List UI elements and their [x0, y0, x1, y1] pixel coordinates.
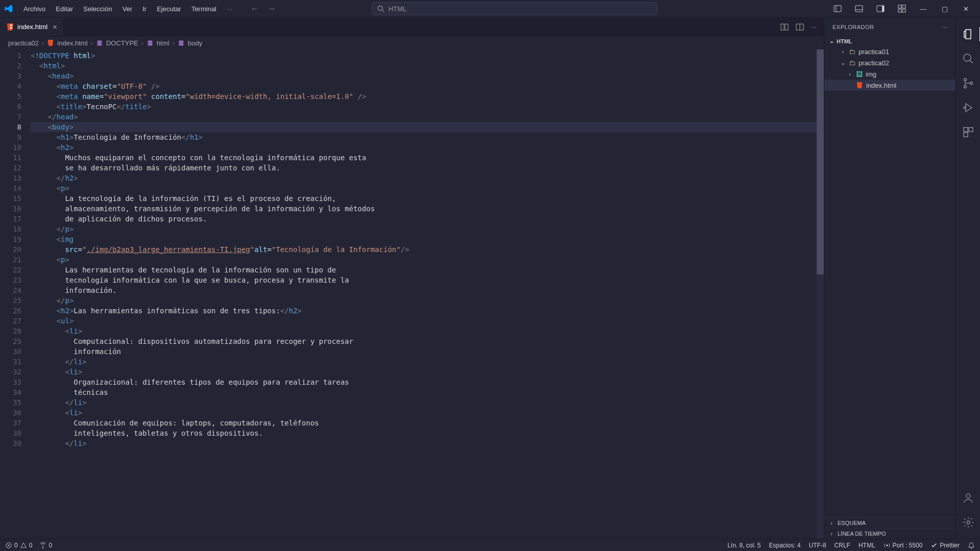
html-file-icon	[856, 82, 863, 89]
tree-item-img[interactable]: ›🖼img	[824, 68, 955, 80]
tab-close-icon[interactable]: ×	[53, 22, 57, 31]
status-prettier[interactable]: Prettier	[930, 542, 960, 549]
menu-terminal[interactable]: Terminal	[187, 3, 220, 15]
split-editor-icon[interactable]	[796, 23, 804, 31]
tab-label: index.html	[17, 23, 47, 31]
tree-item-practica02[interactable]: ⌄🗀practica02	[824, 57, 955, 68]
statusbar: 0 0 0 Lín. 8, col. 5 Espacios: 4 UTF-8 C…	[0, 539, 980, 551]
breadcrumb-item[interactable]: index.html	[57, 39, 87, 47]
status-radio[interactable]: 0	[39, 542, 52, 549]
menu-ver[interactable]: Ver	[118, 3, 137, 15]
menu-selección[interactable]: Selección	[79, 3, 116, 15]
editor-more-icon[interactable]: ···	[811, 23, 817, 31]
window-maximize-button[interactable]: ▢	[935, 1, 954, 16]
explorer-more-icon[interactable]: ···	[942, 24, 947, 30]
status-eol[interactable]: CRLF	[835, 542, 850, 549]
toggle-panel-bottom-icon[interactable]	[849, 1, 869, 16]
menu-editar[interactable]: Editar	[52, 3, 77, 15]
editor-body[interactable]: 1234567891011121314151617181920212223242…	[0, 49, 824, 539]
html-file-icon	[6, 23, 14, 31]
breadcrumb-item[interactable]: practica02	[8, 39, 39, 47]
chevron-right-icon: ›	[847, 71, 853, 77]
minimap-scrollbar[interactable]	[817, 49, 824, 539]
menu-archivo[interactable]: Archivo	[19, 3, 50, 15]
svg-rect-13	[785, 24, 788, 30]
nav-forward-icon[interactable]: →	[268, 4, 276, 13]
code-content[interactable]: <!DOCTYPE html> <html> <head> <meta char…	[31, 49, 824, 539]
vscode-logo-icon	[4, 4, 13, 13]
chevron-right-icon: ›	[828, 531, 835, 537]
status-indentation[interactable]: Espacios: 4	[769, 542, 801, 549]
broadcast-icon	[884, 542, 891, 549]
window-minimize-button[interactable]: —	[914, 1, 933, 16]
nav-back-icon[interactable]: ←	[251, 4, 259, 13]
status-cursor-position[interactable]: Lín. 8, col. 5	[727, 542, 761, 549]
svg-point-30	[886, 544, 888, 546]
menu-overflow-icon[interactable]: ···	[223, 3, 236, 15]
window-close-button[interactable]: ✕	[957, 1, 976, 16]
status-encoding[interactable]: UTF-8	[809, 542, 826, 549]
command-center-search[interactable]: HTML	[372, 2, 657, 15]
symbol-icon	[146, 39, 154, 46]
svg-rect-23	[969, 128, 973, 132]
breadcrumb-item[interactable]: body	[188, 39, 202, 47]
activity-source-control[interactable]	[956, 72, 981, 94]
folder-icon: 🗀	[849, 59, 855, 67]
explorer-root-folder[interactable]: ⌄ HTML	[824, 36, 955, 46]
tree-item-label: index.html	[866, 82, 896, 89]
activity-search[interactable]	[956, 47, 981, 70]
toggle-panel-left-icon[interactable]	[828, 1, 847, 16]
compare-icon[interactable]	[780, 23, 789, 31]
svg-line-17	[970, 60, 973, 63]
radio-tower-icon	[39, 542, 46, 549]
status-language[interactable]: HTML	[859, 542, 875, 549]
root-folder-label: HTML	[837, 38, 852, 44]
outline-label: ESQUEMA	[838, 520, 866, 526]
editor-section: index.html × ··· practica02 › index.html…	[0, 18, 824, 539]
activity-debug[interactable]	[956, 96, 981, 119]
status-problems[interactable]: 0 0	[5, 542, 32, 549]
outline-section[interactable]: › ESQUEMA	[824, 517, 955, 528]
activity-accounts[interactable]	[956, 487, 981, 509]
titlebar: ArchivoEditarSelecciónVerIrEjecutarTermi…	[0, 0, 980, 18]
chevron-right-icon: ›	[42, 39, 44, 47]
tree-item-index-html[interactable]: index.html	[824, 80, 955, 91]
svg-rect-12	[781, 24, 784, 30]
timeline-section[interactable]: › LÍNEA DE TIEMPO	[824, 528, 955, 539]
svg-rect-24	[964, 133, 968, 137]
toggle-panel-right-icon[interactable]	[871, 1, 890, 16]
svg-point-19	[964, 86, 966, 88]
activity-settings[interactable]	[956, 511, 981, 534]
svg-line-1	[382, 10, 384, 12]
chevron-right-icon: ›	[173, 39, 175, 47]
chevron-right-icon: ›	[141, 39, 143, 47]
breadcrumb-item[interactable]: html	[157, 39, 169, 47]
activity-extensions[interactable]	[956, 121, 981, 143]
svg-point-16	[964, 54, 971, 61]
menu-ejecutar[interactable]: Ejecutar	[153, 3, 185, 15]
status-notifications[interactable]	[968, 542, 975, 549]
error-icon	[5, 542, 12, 549]
symbol-icon	[96, 39, 103, 46]
symbol-icon	[178, 39, 185, 46]
tree-item-practica01[interactable]: ›🗀practica01	[824, 46, 955, 57]
svg-point-18	[964, 79, 966, 81]
svg-point-26	[967, 521, 970, 524]
svg-point-20	[970, 82, 972, 85]
breadcrumb[interactable]: practica02 › index.html › DOCTYPE › html…	[0, 36, 824, 49]
menu-ir[interactable]: Ir	[138, 3, 151, 15]
svg-rect-9	[902, 5, 905, 8]
bell-icon	[968, 542, 975, 549]
status-live-server[interactable]: Port : 5500	[884, 542, 923, 549]
activity-explorer[interactable]	[956, 23, 981, 45]
editor-tabs: index.html × ···	[0, 18, 824, 36]
main-area: index.html × ··· practica02 › index.html…	[0, 18, 980, 539]
breadcrumb-item[interactable]: DOCTYPE	[106, 39, 138, 47]
image-folder-icon: 🖼	[856, 70, 863, 78]
customize-layout-icon[interactable]	[892, 1, 912, 16]
svg-rect-4	[855, 6, 863, 12]
tab-index-html[interactable]: index.html ×	[0, 18, 64, 36]
tree-item-label: practica01	[859, 48, 889, 56]
html-file-icon	[47, 39, 54, 46]
activity-bar	[955, 18, 980, 539]
